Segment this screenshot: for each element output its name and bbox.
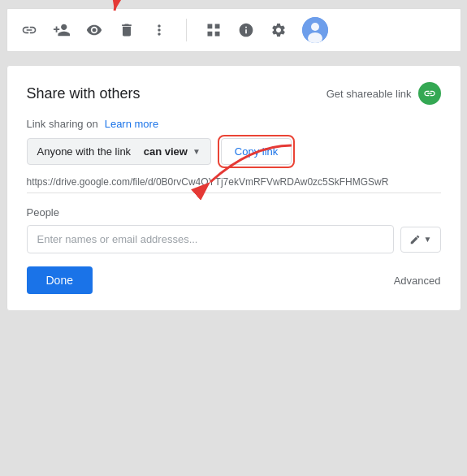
get-shareable-link[interactable]: Get shareable link bbox=[326, 82, 441, 105]
link-url: https://drive.google.com/file/d/0B0rvCw4… bbox=[27, 171, 441, 193]
learn-more-link[interactable]: Learn more bbox=[105, 118, 158, 130]
settings-icon[interactable] bbox=[270, 21, 288, 39]
shareable-link-icon bbox=[418, 82, 441, 105]
dropdown-permission: can view bbox=[144, 145, 188, 158]
share-dialog: Share with others Get shareable link Lin… bbox=[6, 65, 461, 311]
dialog-header: Share with others Get shareable link bbox=[27, 82, 441, 105]
done-button[interactable]: Done bbox=[27, 266, 93, 294]
dialog-title: Share with others bbox=[27, 85, 141, 102]
grid-icon[interactable] bbox=[205, 21, 223, 39]
link-options-row: Anyone with the link can view ▼ Copy lin… bbox=[27, 138, 441, 165]
delete-icon[interactable] bbox=[118, 21, 136, 39]
people-input[interactable] bbox=[27, 225, 394, 253]
add-person-icon[interactable] bbox=[53, 21, 71, 39]
more-vert-icon[interactable] bbox=[150, 21, 168, 39]
dialog-footer: Done Advanced bbox=[27, 266, 441, 294]
people-section: People ▼ bbox=[27, 206, 441, 253]
link-sharing-row: Link sharing on Learn more bbox=[27, 118, 441, 130]
chevron-down-icon: ▼ bbox=[192, 147, 201, 156]
toolbar bbox=[6, 8, 461, 52]
info-icon[interactable] bbox=[237, 21, 255, 39]
chevron-down-icon: ▼ bbox=[424, 235, 432, 244]
copy-link-button[interactable]: Copy link bbox=[221, 138, 292, 165]
user-avatar[interactable] bbox=[302, 17, 328, 43]
people-input-row: ▼ bbox=[27, 225, 441, 253]
advanced-link[interactable]: Advanced bbox=[394, 275, 441, 287]
dropdown-prefix: Anyone with the link bbox=[37, 145, 132, 158]
link-dropdown[interactable]: Anyone with the link can view ▼ bbox=[27, 138, 211, 165]
toolbar-left bbox=[20, 17, 328, 43]
link-icon[interactable] bbox=[20, 21, 38, 39]
link-sharing-label: Link sharing on bbox=[27, 118, 98, 130]
edit-permission-button[interactable]: ▼ bbox=[400, 227, 441, 253]
toolbar-divider bbox=[186, 19, 187, 41]
preview-icon[interactable] bbox=[85, 21, 103, 39]
get-shareable-label: Get shareable link bbox=[326, 88, 412, 100]
pencil-icon bbox=[409, 234, 421, 245]
people-label: People bbox=[27, 206, 441, 219]
svg-point-2 bbox=[311, 23, 319, 31]
